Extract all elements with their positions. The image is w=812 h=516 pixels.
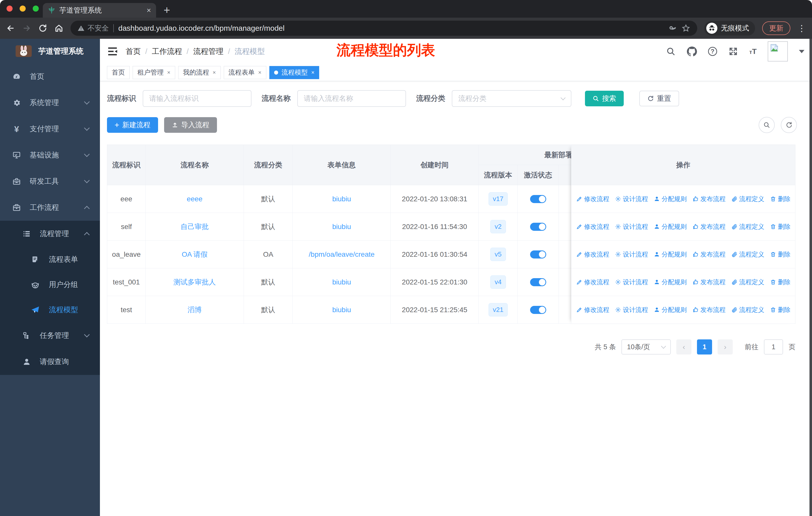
browser-update-button[interactable]: 更新 [762,21,790,35]
browser-menu-icon[interactable]: ⋮ [798,23,806,33]
design-process-link[interactable]: 设计流程 [615,278,648,286]
window-scrollbar-strip[interactable] [810,39,812,516]
back-icon[interactable] [6,24,15,33]
design-process-link[interactable]: 设计流程 [615,195,648,203]
current-page-button[interactable]: 1 [697,340,712,354]
next-page-button[interactable]: › [718,340,733,354]
breadcrumb-workflow[interactable]: 工作流程 [152,46,182,57]
breadcrumb-process-mgmt[interactable]: 流程管理 [193,46,224,57]
form-info-link[interactable]: /bpm/oa/leave/create [309,250,375,259]
sidebar-item-devtools[interactable]: 研发工具 [0,168,100,194]
modify-process-link[interactable]: 修改流程 [576,250,609,259]
process-key-input[interactable] [143,90,252,107]
process-name-link[interactable]: 测试多审批人 [173,277,216,287]
process-name-link[interactable]: OA 请假 [182,250,208,259]
category-select[interactable]: 流程分类 [452,90,571,107]
active-toggle[interactable] [530,278,546,286]
process-name-link[interactable]: 自己审批 [180,222,209,232]
publish-process-link[interactable]: 发布流程 [692,222,726,231]
process-name-input[interactable] [297,90,406,107]
help-icon[interactable]: ? [708,47,717,56]
modify-process-link[interactable]: 修改流程 [576,222,609,231]
sidebar-item-payment[interactable]: ¥ 支付管理 [0,116,100,142]
tag-close-icon[interactable]: × [167,69,170,76]
search-button[interactable]: 搜索 [585,91,624,106]
sidebar-item-user-group[interactable]: 用户分组 [0,272,100,297]
reset-button[interactable]: 重置 [639,91,679,106]
delete-link[interactable]: 删除 [770,250,791,259]
modify-process-link[interactable]: 修改流程 [576,278,609,286]
active-toggle[interactable] [530,195,546,203]
delete-link[interactable]: 删除 [770,278,791,286]
delete-link[interactable]: 删除 [770,222,791,231]
new-tab-button[interactable]: + [164,4,170,16]
url-text[interactable]: dashboard.yudao.iocoder.cn/bpm/manager/m… [118,24,665,32]
process-definition-link[interactable]: 流程定义 [731,306,764,314]
assign-rule-link[interactable]: 分配规则 [654,250,687,259]
publish-process-link[interactable]: 发布流程 [692,250,726,259]
create-process-button[interactable]: + 新建流程 [107,117,158,133]
url-bar[interactable]: 不安全 dashboard.yudao.iocoder.cn/bpm/manag… [70,21,697,36]
active-toggle[interactable] [530,250,546,259]
tag-process-model[interactable]: 流程模型 × [269,66,319,79]
sidebar-collapse-icon[interactable] [108,46,118,56]
sidebar-logo[interactable]: 芋道管理系统 [0,39,100,63]
bookmark-star-icon[interactable] [682,24,690,32]
process-name-link[interactable]: eeee [187,195,202,203]
modify-process-link[interactable]: 修改流程 [576,195,609,203]
breadcrumb-home[interactable]: 首页 [125,46,141,57]
reload-icon[interactable] [38,24,47,33]
window-minimize-button[interactable] [20,5,26,11]
forward-icon[interactable] [22,24,31,33]
toggle-search-button[interactable] [759,117,775,133]
prev-page-button[interactable]: ‹ [676,340,691,354]
sidebar-item-system[interactable]: 系统管理 [0,90,100,116]
avatar[interactable] [768,41,788,61]
tag-close-icon[interactable]: × [258,69,262,76]
assign-rule-link[interactable]: 分配规则 [654,222,687,231]
goto-page-input[interactable] [764,340,783,354]
tab-close-icon[interactable]: × [146,6,151,14]
search-icon[interactable] [666,46,676,56]
assign-rule-link[interactable]: 分配规则 [654,195,687,203]
security-warning-icon[interactable]: 不安全 [78,23,109,33]
tag-close-icon[interactable]: × [311,69,315,76]
publish-process-link[interactable]: 发布流程 [692,278,726,286]
process-name-link[interactable]: 滔博 [187,305,202,315]
home-icon[interactable] [54,24,63,33]
active-toggle[interactable] [530,223,546,231]
window-zoom-button[interactable] [33,5,39,11]
import-process-button[interactable]: 导入流程 [164,117,217,133]
sidebar-item-task-mgmt[interactable]: 任务管理 [0,323,100,349]
process-definition-link[interactable]: 流程定义 [731,222,764,231]
github-icon[interactable] [687,46,697,56]
sidebar-item-process-model[interactable]: 流程模型 [0,297,100,323]
sidebar-item-process-mgmt[interactable]: 流程管理 [0,221,100,247]
delete-link[interactable]: 删除 [770,195,791,203]
window-close-button[interactable] [6,5,12,11]
publish-process-link[interactable]: 发布流程 [692,306,726,314]
tag-process-form[interactable]: 流程表单 × [224,66,266,79]
design-process-link[interactable]: 设计流程 [615,306,648,314]
publish-process-link[interactable]: 发布流程 [692,195,726,203]
fullscreen-icon[interactable] [728,46,738,56]
sidebar-item-process-form[interactable]: 流程表单 [0,247,100,272]
form-info-link[interactable]: biubiu [332,306,351,314]
browser-tab[interactable]: 芋道管理系统 × [43,3,156,18]
tag-close-icon[interactable]: × [213,69,216,76]
active-toggle[interactable] [530,306,546,314]
sidebar-item-infra[interactable]: 基础设施 [0,142,100,168]
tag-my-process[interactable]: 我的流程 × [178,66,221,79]
key-icon[interactable] [669,24,677,32]
tag-tenant[interactable]: 租户管理 × [133,66,175,79]
form-info-link[interactable]: biubiu [332,223,351,231]
form-info-link[interactable]: biubiu [332,278,351,286]
design-process-link[interactable]: 设计流程 [615,250,648,259]
process-definition-link[interactable]: 流程定义 [731,250,764,259]
refresh-button[interactable] [781,117,797,133]
sidebar-item-workflow[interactable]: 工作流程 [0,194,100,221]
tag-home[interactable]: 首页 [107,66,129,79]
page-size-select[interactable]: 10条/页 [621,340,671,354]
design-process-link[interactable]: 设计流程 [615,222,648,231]
process-definition-link[interactable]: 流程定义 [731,278,764,286]
